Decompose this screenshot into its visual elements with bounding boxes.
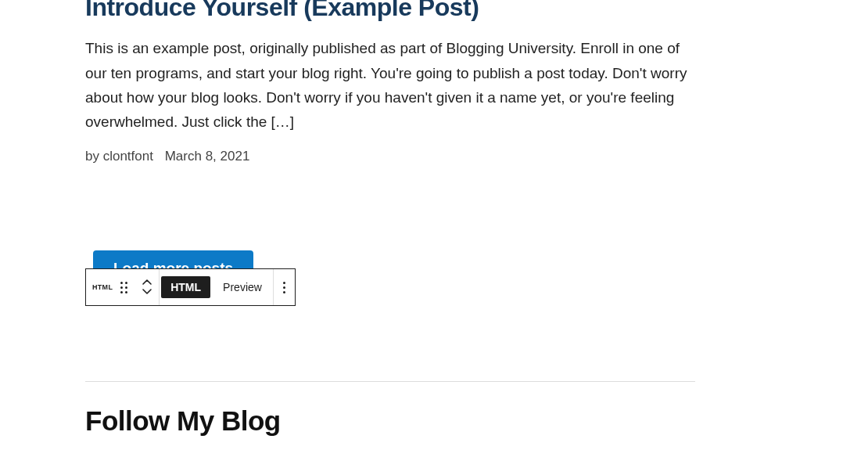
move-down-button[interactable] <box>142 288 150 296</box>
post-date[interactable]: March 8, 2021 <box>165 149 250 164</box>
block-type-switcher[interactable]: HTML <box>86 269 134 305</box>
kebab-icon <box>283 282 285 293</box>
post-excerpt: This is an example post, originally publ… <box>85 36 695 134</box>
section-divider <box>85 381 695 382</box>
more-options-button[interactable] <box>274 269 295 305</box>
tab-html[interactable]: HTML <box>161 276 210 298</box>
block-mover <box>134 269 159 305</box>
post-title[interactable]: Introduce Yourself (Example Post) <box>85 0 695 22</box>
toolbar-block-controls: HTML <box>86 269 160 305</box>
byline-prefix: by <box>85 149 103 164</box>
post-author[interactable]: clontfont <box>103 149 153 164</box>
toolbar-mode-tabs: HTML Preview <box>160 269 274 305</box>
tab-preview[interactable]: Preview <box>213 276 271 298</box>
html-block-icon: HTML <box>92 283 113 291</box>
block-toolbar: HTML HTML Preview <box>85 268 296 306</box>
toolbar-more-group <box>274 269 295 305</box>
move-up-button[interactable] <box>142 279 150 287</box>
follow-heading: Follow My Blog <box>85 405 281 437</box>
drag-handle-icon[interactable] <box>120 282 127 293</box>
post-meta: by clontfont March 8, 2021 <box>85 149 695 164</box>
page-content: Introduce Yourself (Example Post) This i… <box>85 0 695 324</box>
